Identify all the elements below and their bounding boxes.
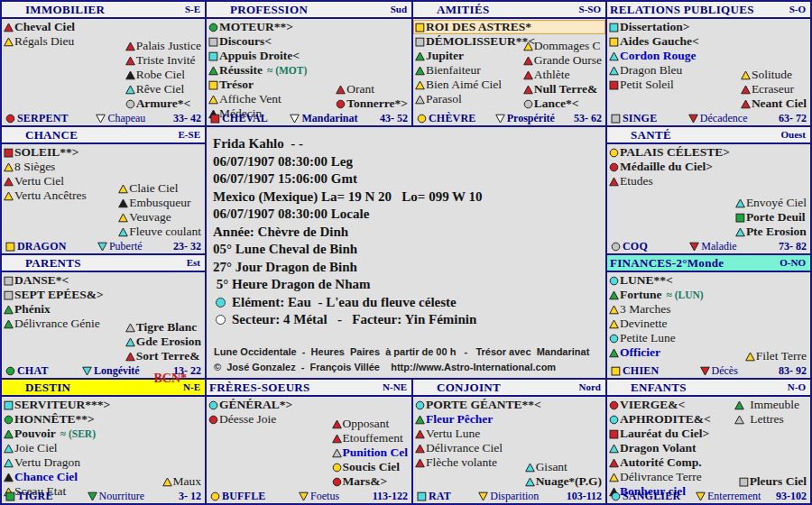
center-footnotes: Lune Occidentale - Heures Paires à parti… [214, 344, 600, 375]
circle-gray-icon [125, 99, 135, 109]
star-name: Vertu Ancêtres [14, 188, 87, 203]
triangle-up-yellow-icon [118, 213, 128, 223]
star-name: Rêve Ciel [136, 82, 185, 96]
circle-yellow-icon [210, 491, 220, 501]
house-relations-publiques[interactable]: RELATIONS PUBLIQUESS-ODissertation>Aides… [607, 2, 810, 125]
animal-name: SERPENT [17, 112, 69, 125]
star-name: SOLEIL**> [14, 145, 78, 160]
triangle-up-gray-icon [332, 448, 342, 458]
star-item: Porte Deuil [734, 210, 807, 225]
house-sante[interactable]: SANTÉOuestPALAIS CÉLESTE>Médaille du Cie… [607, 127, 810, 253]
house-footer: CHEVALMandarinat43- 52 [207, 112, 411, 125]
star-item: SOLEIL**> [2, 145, 205, 160]
period-marker-label: Mandarinat [301, 112, 357, 125]
star-name: Délivrance Génie [14, 317, 100, 331]
triangle-up-green-icon [609, 348, 619, 358]
hour-sign: 5° Heure Dragon de Nham [213, 276, 605, 294]
house-freres-soeurs[interactable]: FRÈRES-SOEURSN-NEGÉNÉRAL*>Déesse JoieOpp… [207, 380, 411, 503]
house-destin[interactable]: BCN*DESTINN-ESERVITEUR***>HONNÊTE**>Pouv… [2, 380, 205, 503]
triangle-up-yellow-icon [609, 473, 619, 482]
star-name: Dragon Bleu [620, 63, 682, 78]
star-name: MOTEUR**> [219, 20, 293, 34]
star-name: Fleur Pêcher [426, 412, 493, 427]
star-item: Fleuve coulant [116, 225, 201, 239]
house-enfants[interactable]: ENFANTSN-OVIERGE&<APHRODITE&<Lauréat du … [607, 380, 810, 503]
star-item: Dissertation> [607, 20, 810, 34]
star-name: Pte Erosion [746, 225, 807, 239]
house-footer: RATDisparition103-112 [413, 490, 605, 503]
triangle-up-red-icon [125, 56, 135, 66]
star-name: 8 Sièges [14, 160, 55, 174]
star-item: Ecraseur [739, 82, 807, 96]
star-item: Fleur Pêcher [413, 412, 605, 427]
triangle-up-green-icon [415, 415, 425, 425]
house-body: DANSE*<SEPT EPÉES&>PhénixDélivrance Géni… [2, 272, 205, 378]
triangle-up-green-icon [734, 400, 744, 410]
star-name: Officier [620, 345, 660, 360]
house-finances[interactable]: FINANCES-2°MondeO-NOLUNE**<Fortune≈ (LUN… [607, 255, 810, 378]
birth-place-coordinates: Mexico (Mexique) La= 19 N 20 Lo= 099 W 1… [213, 188, 605, 207]
house-body: Dissertation>Aides Gauche<Cordon RougeDr… [607, 19, 810, 125]
triangle-up-red-icon [741, 85, 751, 95]
circle-cyan-icon [611, 491, 621, 501]
star-name: Null Terre& [534, 82, 598, 96]
house-header: PARENTSEst [2, 255, 205, 272]
house-footer: BUFFLEFoetus113-122 [207, 490, 411, 503]
star-name: Délivrance Ciel [426, 441, 503, 455]
triangle-up-green-icon [4, 305, 14, 315]
house-title: DESTIN [25, 380, 70, 395]
circle-cyan-icon [609, 415, 619, 425]
house-direction: N-NE [383, 380, 407, 395]
triangle-down-cyan-icon [82, 366, 92, 376]
triangle-up-cyan-icon [609, 51, 619, 61]
house-chance[interactable]: CHANCEE-SESOLEIL**>8 SiègesVertu CielVer… [2, 127, 205, 253]
star-name: Immeuble [750, 398, 799, 412]
house-header: AMITIÉSS-SO [413, 2, 605, 19]
triangle-up-yellow-icon [4, 162, 14, 172]
triangle-up-gray-icon [415, 95, 425, 105]
animal-name: CHAT [17, 364, 49, 378]
square-gray-icon [4, 276, 14, 286]
period-marker-label: Puberté [109, 240, 143, 253]
house-parents[interactable]: PARENTSEstDANSE*<SEPT EPÉES&>PhénixDéliv… [2, 255, 205, 378]
website-link[interactable]: http://www.Astro-International.com [391, 362, 556, 372]
star-item: Réussite≈ (MOT) [207, 63, 411, 78]
star-annex: ≈ (SER) [60, 428, 96, 439]
star-item: Etouffement [330, 431, 408, 445]
circle-gray-icon [523, 99, 533, 109]
triangle-down-white-icon [495, 114, 505, 124]
triangle-up-green-icon [4, 319, 14, 329]
star-item: Veuvage [116, 210, 201, 225]
birth-date-legal: 06/07/1907 08:30:00 Leg [213, 153, 605, 171]
house-immobilier[interactable]: IMMOBILIERS-ECheval CielRégals DieuPalai… [2, 2, 205, 125]
star-name: Dommages C [534, 39, 601, 53]
house-amities[interactable]: AMITIÉSS-SOROI DES ASTRES*DÉMOLISSEUR**<… [413, 2, 605, 125]
house-profession[interactable]: PROFESSIONSudMOTEUR**>Discours<Appuis Dr… [207, 2, 411, 125]
house-conjoint[interactable]: CONJOINTNordPORTE GÉANTE**<Fleur PêcherV… [413, 380, 605, 503]
square-gray-icon [611, 114, 621, 124]
star-item: Médaille du Ciel> [607, 160, 810, 174]
period-marker-label: Chapeau [107, 112, 145, 125]
star-item: Solitude [739, 68, 807, 82]
triangle-up-black-icon [118, 198, 128, 208]
house-title: FINANCES-2°Monde [610, 255, 724, 271]
star-name: Claie Ciel [129, 181, 178, 196]
period-marker-label: Nourriture [99, 490, 145, 503]
animal-name: CHIEN [623, 364, 659, 378]
age-range: 113-122 [373, 490, 408, 503]
circle-red-icon [332, 477, 342, 487]
triangle-up-yellow-icon [745, 352, 755, 362]
star-name: Lance*< [534, 96, 579, 111]
star-name: Orant [346, 82, 374, 96]
animal-name: COQ [623, 240, 648, 253]
moon-sign: 05° Lune Cheval de Binh [213, 241, 605, 259]
star-item: Envoyé Ciel [734, 196, 807, 210]
square-yellow-icon [415, 23, 425, 32]
star-annex: ≈ (LUN) [667, 289, 704, 300]
house-header: FINANCES-2°MondeO-NO [607, 255, 810, 272]
triangle-up-yellow-icon [609, 305, 619, 315]
triangle-up-cyan-icon [609, 444, 619, 454]
age-range: 33- 42 [173, 112, 201, 125]
star-item: LUNE**< [607, 273, 810, 288]
triangle-up-cyan-icon [4, 444, 14, 454]
